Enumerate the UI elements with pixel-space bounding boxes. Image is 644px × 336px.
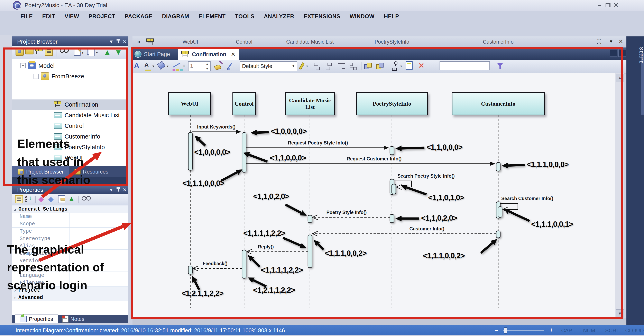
collapse-icon[interactable]: − [34,74,39,79]
menu-view[interactable]: VIEW [64,13,79,20]
menu-project[interactable]: PROJECT [88,13,115,20]
field-scope[interactable]: Scope [12,220,128,228]
status-text: Interaction Diagram:Confirmation: create… [16,327,285,334]
close-button[interactable]: ✕ [612,3,620,8]
tab-notes[interactable]: Notes [58,315,89,323]
dropdown-icon[interactable]: ▼ [609,39,613,44]
pink-diamond-icon[interactable]: ◆ [38,195,48,204]
filter-input[interactable] [440,61,490,70]
categorized-view-button[interactable] [15,195,24,204]
menu-tools[interactable]: TOOLS [235,13,254,20]
copy-document-button[interactable]: ▾ [87,48,96,57]
tab-start-vertical[interactable]: Start [626,39,644,72]
collapse-all-icon[interactable]: ︿︿ [597,37,602,44]
vector-clock-label: <1,1,0,1,0> [428,193,464,202]
header-lifeline-candidate[interactable]: Candidate Music List [286,39,334,45]
pin-icon[interactable] [118,39,119,43]
panel-menu-icon[interactable]: ▼ [109,187,114,193]
zoom-out-icon[interactable]: – [495,326,498,333]
message-label[interactable]: Search Customer Info() [501,196,553,201]
tree-item-control[interactable]: Control [54,121,84,131]
close-tab-icon[interactable]: ✕ [231,51,236,58]
tab-scroll-button[interactable] [610,49,618,57]
message-label[interactable]: Reply() [258,244,274,250]
move-up-button[interactable]: ▲ [104,48,112,57]
menu-package[interactable]: PACKAGE [125,13,153,20]
message-label[interactable]: Feedback() [202,261,227,266]
message-label[interactable]: Poetry Style Info() [326,210,367,215]
tree-item-frombreeze[interactable]: − FromBreeze [34,71,84,82]
header-lifeline-webui[interactable]: WebUI [182,39,198,45]
navigation-bar: ← → ▶ / ▶ Model ▶ FromBreeze ▶ Find Pack… [0,22,644,35]
horizontal-scroll-area[interactable] [132,318,626,325]
sort-az-button[interactable]: AZ↓ [25,195,34,204]
section-general-settings[interactable]: ◢General Settings [12,205,128,213]
close-icon[interactable]: ✕ [123,187,127,193]
new-package-button[interactable] [16,48,24,57]
menu-diagram[interactable]: DIAGRAM [162,13,189,20]
up-arrow-button[interactable]: ▲ [68,194,77,203]
move-down-button[interactable]: ▼ [114,48,124,57]
menu-file[interactable]: FILE [20,13,33,20]
start-page-icon [134,51,142,58]
lifeline-box-control[interactable]: Control [232,92,256,115]
restore-button[interactable] [606,3,610,7]
zoom-slider-track[interactable] [503,330,544,331]
message-label[interactable]: Input Keywords() [197,124,236,130]
minimize-button[interactable]: – [596,3,603,8]
tree-item-model[interactable]: − Model [20,61,54,71]
properties-tab-icon [20,316,27,322]
collapse-icon[interactable]: − [20,63,26,68]
tab-close-button[interactable] [618,49,626,57]
menu-extensions[interactable]: EXTENSIONS [304,13,340,20]
field-type[interactable]: Type [12,228,128,235]
lifeline-box-webui[interactable]: WebUI [168,92,211,115]
panel-menu-icon[interactable]: ▼ [109,39,114,45]
annotation-note1-line3: this scenario [17,173,90,187]
menu-edit[interactable]: EDIT [42,13,56,20]
tab-start-page[interactable]: Start Page [134,49,170,60]
message-label[interactable]: Search Poetry Style Info() [398,173,455,179]
tab-confirmation[interactable]: Confirmation ✕ [178,49,239,60]
pin-icon[interactable] [118,187,119,192]
lifeline-box-poetrystyleinfo[interactable]: PoetryStyleInfo [356,92,428,115]
glasses-icon[interactable] [82,196,91,205]
lifeline-box-candidate-music-list[interactable]: Candidate Music List [285,92,335,115]
section-advanced[interactable]: ▷Advanced [12,294,128,301]
divider [311,62,311,70]
close-icon[interactable]: ✕ [123,39,127,45]
edit-document-button[interactable]: ▾ [74,48,83,57]
menu-analyzer[interactable]: ANALYZER [264,13,294,20]
header-lifeline-customerinfo[interactable]: CustomerInfo [483,39,514,45]
divider [56,48,56,57]
tab-properties[interactable]: Properties [15,314,58,323]
field-name[interactable]: Name [12,213,128,220]
blue-diamond-icon[interactable]: ◆ [48,195,57,204]
lifeline-box-customerinfo[interactable]: CustomerInfo [452,92,545,115]
tree-item-candidate-music-list[interactable]: Candidate Music List [54,110,120,120]
find-in-browser-button[interactable] [60,48,69,57]
field-stereotype[interactable]: Stereotype [12,235,128,242]
menu-window[interactable]: WINDOW [350,13,374,20]
new-element-button[interactable] [45,48,54,57]
message-label[interactable]: Request Customer Info() [347,156,402,162]
message-label[interactable]: Customer Info() [409,226,444,232]
zoom-slider-thumb[interactable] [504,327,507,333]
close-icon[interactable]: ✕ [619,39,623,45]
divider [361,62,362,70]
form-edit-button[interactable] [58,195,67,204]
new-folder-button[interactable] [25,48,34,57]
new-diagram-button[interactable] [35,48,44,57]
zoom-in-icon[interactable]: + [550,326,553,333]
message-label[interactable]: Request Poetry Style Info() [288,140,348,146]
header-lifeline-poetrystyleinfo[interactable]: PoetryStyleInfo [374,39,409,45]
vector-clock-label: <1,1.1,0,0,0> [182,179,224,188]
menu-help[interactable]: HELP [384,13,399,20]
chevron-right-icon[interactable]: » [137,38,140,45]
tree-item-confirmation[interactable]: Confirmation [54,100,98,110]
menu-element[interactable]: ELEMENT [198,13,226,20]
sequence-diagram-icon [54,101,62,108]
annotation-note2-line2: representation of [7,260,104,274]
vector-clock-label: <1,1,0,0,0> [426,143,462,152]
header-lifeline-control[interactable]: Control [236,39,252,45]
